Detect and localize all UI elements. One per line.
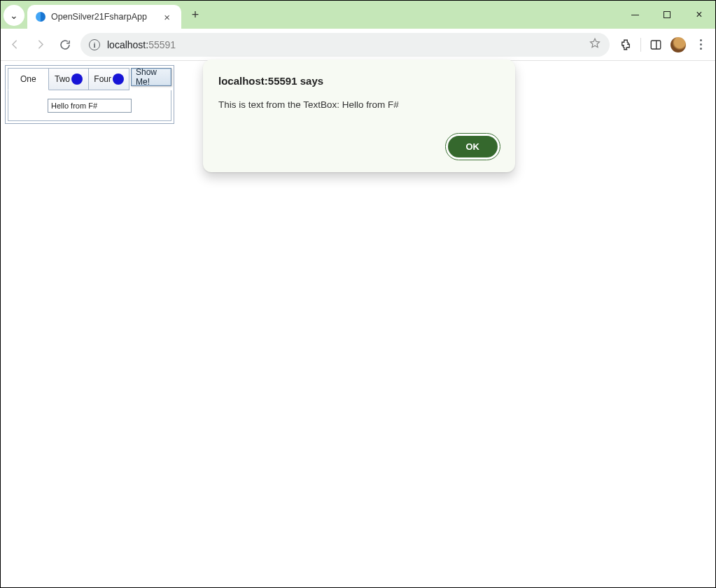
app-tab-label: Four	[94, 74, 111, 84]
arrow-left-icon	[9, 38, 21, 50]
star-icon	[589, 37, 601, 50]
app-tab-two[interactable]: Two	[48, 68, 90, 90]
address-bar[interactable]: i localhost:55591	[80, 33, 610, 57]
alert-dialog: localhost:55591 says This is text from t…	[203, 59, 515, 172]
tab-close-button[interactable]: ×	[161, 11, 173, 23]
browser-tab[interactable]: OpenSilver21FsharpApp ×	[27, 5, 181, 29]
new-tab-button[interactable]: +	[185, 5, 205, 24]
browser-toolbar: i localhost:55591	[1, 29, 715, 61]
window-minimize-button[interactable]	[619, 1, 651, 29]
url-port: 55591	[148, 39, 176, 50]
svg-rect-0	[651, 41, 661, 49]
window-controls: ×	[619, 1, 715, 29]
alert-message: This is text from the TextBox: Hello fro…	[218, 99, 500, 110]
panel-icon	[650, 38, 662, 51]
app-tab-four[interactable]: Four	[88, 68, 129, 90]
forward-button[interactable]	[30, 35, 50, 55]
ok-label: OK	[466, 141, 480, 152]
puzzle-icon	[619, 38, 632, 51]
toolbar-right	[615, 37, 711, 52]
app-tabstrip: One Two Four Show Me!	[8, 68, 171, 90]
chevron-down-icon: ⌄	[10, 10, 18, 21]
reload-button[interactable]	[55, 35, 75, 55]
arrow-right-icon	[34, 38, 46, 50]
site-info-icon[interactable]: i	[89, 39, 100, 50]
window-titlebar: ⌄ OpenSilver21FsharpApp × + ×	[1, 1, 715, 29]
app-tab-content	[8, 90, 171, 121]
page-viewport: One Two Four Show Me! localhost:55591 sa…	[1, 61, 715, 587]
url-text: localhost:55591	[107, 39, 582, 50]
side-panel-button[interactable]	[650, 38, 662, 51]
url-host: localhost:	[107, 39, 148, 50]
tab-title: OpenSilver21FsharpApp	[51, 12, 147, 22]
tab-search-button[interactable]: ⌄	[3, 5, 24, 26]
chrome-menu-button[interactable]	[694, 38, 707, 51]
separator	[640, 38, 641, 52]
extensions-button[interactable]	[619, 38, 632, 51]
back-button[interactable]	[5, 35, 24, 55]
show-me-label: Show Me!	[136, 67, 167, 87]
close-icon: ×	[696, 8, 702, 21]
blue-dot-icon	[71, 74, 83, 85]
app-tab-one[interactable]: One	[8, 68, 49, 90]
kebab-icon	[700, 39, 702, 50]
alert-actions: OK	[218, 134, 500, 160]
favicon-icon	[36, 12, 45, 22]
show-me-button[interactable]: Show Me!	[131, 68, 171, 86]
app-tab-label: Two	[55, 74, 70, 84]
alert-ok-button[interactable]: OK	[446, 134, 500, 160]
app-tab-label: One	[20, 74, 36, 84]
blue-dot-icon	[113, 74, 124, 85]
message-textbox[interactable]	[48, 99, 132, 113]
alert-title: localhost:55591 says	[218, 75, 500, 87]
window-maximize-button[interactable]	[651, 1, 683, 29]
window-close-button[interactable]: ×	[683, 1, 715, 29]
bookmark-button[interactable]	[589, 37, 601, 52]
minimize-icon	[631, 15, 639, 15]
reload-icon	[59, 38, 71, 51]
maximize-icon	[664, 11, 671, 18]
profile-avatar[interactable]	[671, 37, 686, 52]
app-panel: One Two Four Show Me!	[5, 65, 174, 124]
